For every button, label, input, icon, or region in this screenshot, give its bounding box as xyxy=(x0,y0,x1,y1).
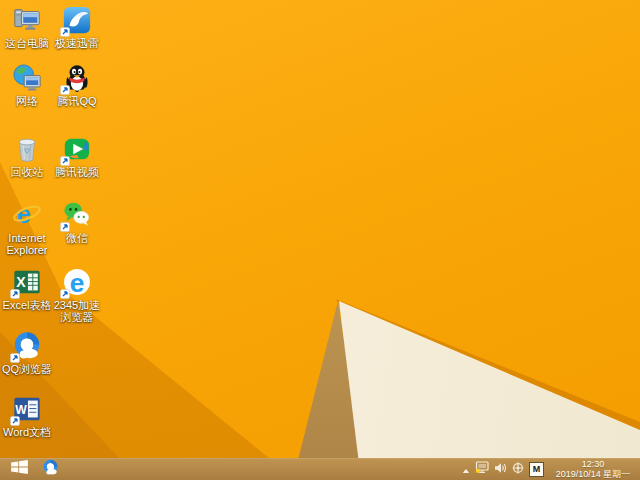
taskbar-clock[interactable]: 12:30 2019/10/14 星期一 xyxy=(549,459,637,479)
taskbar: M 12:30 2019/10/14 星期一 xyxy=(0,458,640,480)
qq-browser-cloud-icon xyxy=(12,331,42,361)
icon-label: Word文档 xyxy=(3,426,51,438)
clock-date: 2019/10/14 星期一 xyxy=(549,469,637,479)
internet-explorer-icon: e xyxy=(12,200,42,230)
desktop-icon-recycle-bin[interactable]: 回收站 xyxy=(0,134,55,178)
shortcut-arrow-icon xyxy=(60,222,70,232)
xunlei-bird-icon xyxy=(62,5,92,35)
qq-browser-cloud-icon xyxy=(42,459,59,480)
desktop-icon-qq-browser[interactable]: QQ浏览器 xyxy=(0,331,55,375)
recycle-bin-icon xyxy=(12,134,42,164)
icon-label: 腾讯QQ xyxy=(57,95,96,107)
icon-label: 微信 xyxy=(66,232,88,244)
qq-penguin-icon xyxy=(62,63,92,93)
icon-label: 网络 xyxy=(16,95,38,107)
system-tray: M 12:30 2019/10/14 星期一 xyxy=(462,458,640,480)
network-globe-icon xyxy=(12,63,42,93)
icon-label: 2345加速浏览器 xyxy=(49,299,105,323)
icon-label: 这台电脑 xyxy=(5,37,49,49)
icon-label: 极速迅雷 xyxy=(55,37,99,49)
icon-label: 回收站 xyxy=(11,166,44,178)
shortcut-arrow-icon xyxy=(60,85,70,95)
desktop-icon-this-pc[interactable]: 这台电脑 xyxy=(0,5,55,49)
network-warning-icon xyxy=(475,460,489,478)
crosshair-circle-tray-icon[interactable] xyxy=(512,460,524,478)
desktop-icon-word[interactable]: W Word文档 xyxy=(0,394,55,438)
network-status-tray-icon[interactable] xyxy=(475,460,489,478)
desktop-icon-2345-browser[interactable]: e 2345加速浏览器 xyxy=(49,267,105,323)
shortcut-arrow-icon xyxy=(10,289,20,299)
2345-browser-e-icon: e xyxy=(62,267,92,297)
desktop-icon-tencent-qq[interactable]: 腾讯QQ xyxy=(49,63,105,107)
desktop-icon-internet-explorer[interactable]: e Internet Explorer xyxy=(0,200,55,256)
show-hidden-icons-button[interactable] xyxy=(462,460,470,478)
desktop-icon-excel[interactable]: X Excel表格 xyxy=(0,267,55,311)
shortcut-arrow-icon xyxy=(10,416,20,426)
clock-time: 12:30 xyxy=(549,459,637,469)
taskbar-app-qq-browser[interactable] xyxy=(37,458,63,480)
desktop-icon-wechat[interactable]: 微信 xyxy=(49,200,105,244)
volume-tray-icon[interactable] xyxy=(494,460,507,478)
this-pc-icon xyxy=(12,5,42,35)
desktop-icon-network[interactable]: 网络 xyxy=(0,63,55,107)
crosshair-circle-icon xyxy=(512,460,524,478)
tencent-video-play-icon xyxy=(62,134,92,164)
shortcut-arrow-icon xyxy=(60,156,70,166)
ime-indicator[interactable]: M xyxy=(529,462,544,477)
svg-text:e: e xyxy=(70,268,85,297)
shortcut-arrow-icon xyxy=(60,289,70,299)
svg-text:e: e xyxy=(17,200,31,228)
shortcut-arrow-icon xyxy=(60,27,70,37)
desktop-icon-xunlei[interactable]: 极速迅雷 xyxy=(49,5,105,49)
desktop: 这台电脑 极速迅雷 xyxy=(0,0,640,480)
start-button[interactable] xyxy=(5,458,33,480)
excel-icon: X xyxy=(12,267,42,297)
icon-label: QQ浏览器 xyxy=(2,363,52,375)
desktop-icon-tencent-video[interactable]: 腾讯视频 xyxy=(49,134,105,178)
word-icon: W xyxy=(12,394,42,424)
shortcut-arrow-icon xyxy=(10,353,20,363)
icon-label: Internet Explorer xyxy=(0,232,55,256)
icon-label: Excel表格 xyxy=(3,299,52,311)
wechat-bubbles-icon xyxy=(62,200,92,230)
svg-text:X: X xyxy=(16,274,26,290)
chevron-up-icon xyxy=(462,460,470,478)
icon-label: 腾讯视频 xyxy=(55,166,99,178)
windows-logo-icon xyxy=(11,460,28,478)
speaker-icon xyxy=(494,460,507,478)
